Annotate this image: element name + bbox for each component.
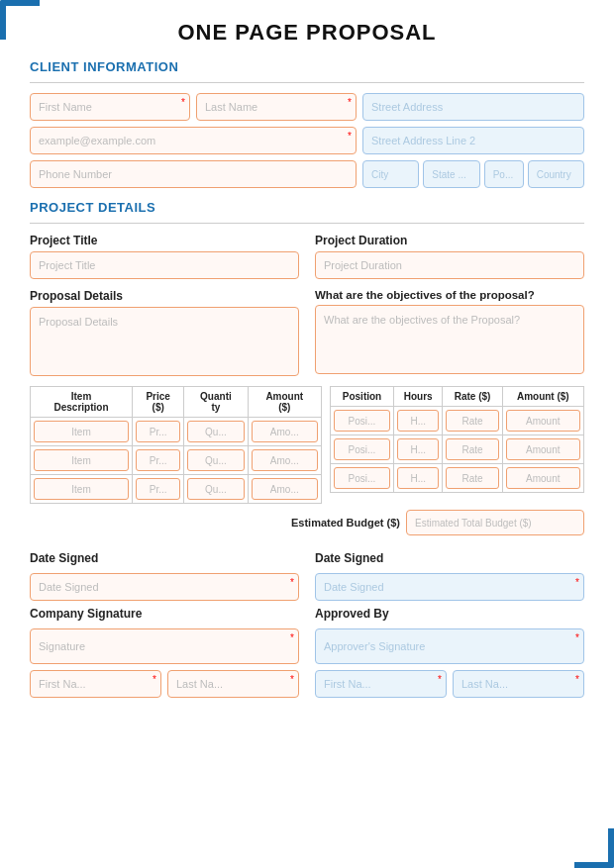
approved-sig-label: Approved By — [315, 607, 584, 621]
table-input[interactable]: Posi... — [334, 438, 390, 460]
corner-decoration-br — [574, 828, 614, 868]
table-cell: Item — [31, 418, 133, 446]
table-cell: Pr... — [133, 475, 184, 504]
table-input[interactable]: Pr... — [136, 421, 180, 442]
country-wrap: Country — [528, 160, 584, 188]
first-name-input[interactable]: First Name * — [30, 93, 190, 121]
table-cell: Item — [31, 475, 133, 504]
city-wrap: City — [362, 160, 419, 188]
table-input[interactable]: Qu... — [187, 478, 244, 500]
table-cell: Amount — [502, 407, 583, 435]
table-cell: H... — [393, 407, 442, 435]
last-name-required: * — [348, 97, 352, 108]
proposal-details-input[interactable]: Proposal Details — [30, 307, 299, 376]
street-input[interactable]: Street Address — [362, 93, 584, 121]
proposal-details-label: Proposal Details — [30, 289, 299, 303]
phone-input[interactable]: Phone Number — [30, 160, 357, 188]
street2-input[interactable]: Street Address Line 2 — [362, 127, 584, 154]
signatures-grid: Date Signed Date Signed * Company Signat… — [30, 551, 584, 698]
col-rate: Rate ($) — [443, 387, 502, 407]
table-input[interactable]: Amo... — [252, 478, 318, 500]
first-name-required: * — [181, 97, 185, 108]
col-quantity: Quantity — [184, 387, 248, 418]
table-cell: Amount — [502, 435, 583, 464]
project-title-col: Project Title Project Title — [30, 234, 299, 279]
city-row: City State ... Po... Country — [362, 160, 584, 188]
approved-date-input[interactable]: Date Signed * — [315, 573, 584, 601]
objectives-col: What are the objectives of the proposal?… — [315, 289, 584, 376]
corner-decoration-tl — [0, 0, 40, 40]
company-sig-input[interactable]: Signature * — [30, 628, 299, 664]
last-name-input[interactable]: Last Name * — [196, 93, 357, 121]
table-input[interactable]: Amo... — [252, 449, 318, 471]
approved-date-wrap: Date Signed * — [315, 573, 584, 601]
approved-last-input[interactable]: Last Na... * — [453, 670, 584, 698]
col-item-desc: ItemDescription — [31, 387, 133, 418]
table-input[interactable]: Amount — [506, 438, 580, 460]
table-cell: Amo... — [248, 446, 321, 475]
project-duration-input[interactable]: Project Duration — [315, 251, 584, 279]
client-form: First Name * Last Name * example@example… — [30, 93, 584, 188]
table-input[interactable]: Qu... — [187, 449, 244, 471]
table-input[interactable]: Amount — [506, 410, 580, 432]
company-date-label: Date Signed — [30, 551, 299, 565]
client-right-col: Street Address Street Address Line 2 Cit… — [362, 93, 584, 188]
budget-label: Estimated Budget ($) — [291, 517, 400, 529]
approved-first-input[interactable]: First Na... * — [315, 670, 447, 698]
company-last-input[interactable]: Last Na... * — [167, 670, 299, 698]
company-date-input[interactable]: Date Signed * — [30, 573, 299, 601]
table-input[interactable]: H... — [397, 410, 439, 432]
approved-first-required: * — [438, 674, 442, 685]
table-cell: H... — [393, 464, 442, 493]
postal-input[interactable]: Po... — [484, 160, 524, 188]
approved-sig-required: * — [575, 632, 579, 643]
client-divider — [30, 82, 584, 83]
table-cell: Rate — [443, 407, 502, 435]
table-cell: H... — [393, 435, 442, 464]
page-title: ONE PAGE PROPOSAL — [30, 20, 584, 46]
tables-row: ItemDescription Price($) Quantity Amount… — [30, 386, 584, 504]
first-name-wrap: First Name * — [30, 93, 190, 121]
table-input[interactable]: Amo... — [252, 421, 318, 442]
company-first-input[interactable]: First Na... * — [30, 670, 161, 698]
company-name-row: First Na... * Last Na... * — [30, 670, 299, 698]
table-input[interactable]: Posi... — [334, 410, 390, 432]
approved-sig-input[interactable]: Approver's Signature * — [315, 628, 584, 664]
project-duration-wrap: Project Duration — [315, 251, 584, 279]
table-input[interactable]: Rate — [446, 410, 498, 432]
col-amount-right: Amount ($) — [502, 387, 583, 407]
table-input[interactable]: Rate — [446, 467, 498, 489]
company-sig-col: Date Signed Date Signed * Company Signat… — [30, 551, 299, 698]
state-input[interactable]: State ... — [423, 160, 479, 188]
positions-table: Position Hours Rate ($) Amount ($) Posi.… — [330, 386, 584, 504]
project-section-title: PROJECT DETAILS — [30, 200, 584, 215]
table-input[interactable]: Item — [34, 449, 129, 471]
table-input[interactable]: Item — [34, 421, 129, 442]
table-input[interactable]: Rate — [446, 438, 498, 460]
table-input[interactable]: Pr... — [136, 449, 180, 471]
table-input[interactable]: H... — [397, 438, 439, 460]
approved-first-wrap: First Na... * — [315, 670, 447, 698]
approved-last-required: * — [575, 674, 579, 685]
email-input[interactable]: example@example.com * — [30, 127, 357, 154]
state-wrap: State ... — [423, 160, 479, 188]
last-name-wrap: Last Name * — [196, 93, 357, 121]
table-input[interactable]: H... — [397, 467, 439, 489]
country-input[interactable]: Country — [528, 160, 584, 188]
table-input[interactable]: Qu... — [187, 421, 244, 442]
city-input[interactable]: City — [362, 160, 419, 188]
approved-date-label: Date Signed — [315, 551, 584, 565]
table-input[interactable]: Amount — [506, 467, 580, 489]
table-input[interactable]: Pr... — [136, 478, 180, 500]
table-cell: Rate — [443, 435, 502, 464]
objectives-input[interactable]: What are the objectives of the Proposal? — [315, 305, 584, 374]
signatures-section: Date Signed Date Signed * Company Signat… — [30, 551, 584, 698]
budget-input[interactable]: Estimated Total Budget ($) — [406, 510, 584, 535]
table-cell: Qu... — [184, 418, 248, 446]
approved-name-row: First Na... * Last Na... * — [315, 670, 584, 698]
table-cell: Amo... — [248, 418, 321, 446]
table-input[interactable]: Item — [34, 478, 129, 500]
col-hours: Hours — [393, 387, 442, 407]
table-input[interactable]: Posi... — [334, 467, 390, 489]
project-title-input[interactable]: Project Title — [30, 251, 299, 279]
